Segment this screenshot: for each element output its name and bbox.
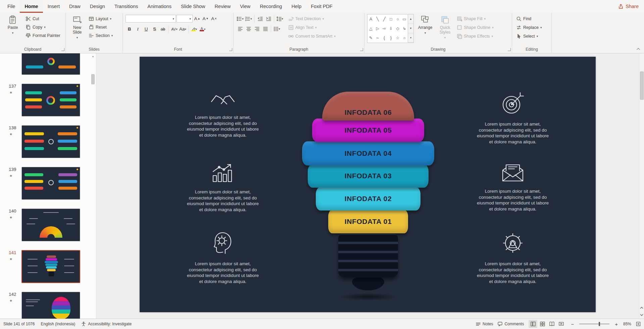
slide-show-view-button[interactable] xyxy=(557,320,565,328)
shape-brace-right-icon[interactable]: } xyxy=(388,33,394,43)
shape-brace-left-icon[interactable]: { xyxy=(381,33,388,43)
scrollbar-thumb[interactable] xyxy=(91,74,95,84)
reset-button[interactable]: Reset xyxy=(87,23,114,31)
thumbnail-slide-139[interactable]: 139 ★ xyxy=(0,167,96,200)
shape-elbow-arrow-icon[interactable]: ↳ xyxy=(401,24,408,33)
zoom-in-button[interactable]: + xyxy=(614,321,618,327)
shape-rectangle-icon[interactable]: □ xyxy=(388,14,394,24)
infodata-band-05[interactable]: INFODATA 05 xyxy=(312,119,424,142)
tab-animations[interactable]: Animations xyxy=(143,0,176,13)
zoom-slider-thumb[interactable] xyxy=(599,322,600,326)
editor-vertical-scrollbar[interactable] xyxy=(639,53,644,319)
thumbnail-image[interactable] xyxy=(21,167,80,200)
increase-indent-button[interactable] xyxy=(264,15,272,23)
normal-view-button[interactable] xyxy=(529,320,537,328)
shape-line2-icon[interactable]: ╱ xyxy=(381,14,388,24)
find-button[interactable]: Find xyxy=(515,15,549,23)
tab-help[interactable]: Help xyxy=(287,0,306,13)
shape-circle-icon[interactable]: ○ xyxy=(401,33,408,43)
character-spacing-button[interactable]: AV▾ xyxy=(170,25,178,33)
align-left-button[interactable] xyxy=(236,25,244,33)
lightbulb-infographic[interactable]: INFODATA 06 INFODATA 05 INFODATA 04 INFO… xyxy=(301,92,435,310)
slide-canvas[interactable]: Lorem ipsum dolor sit amet, consectetur … xyxy=(140,57,596,312)
thumbnail-slide-142[interactable]: 142 ★ xyxy=(0,292,96,319)
thumbnail-slide-141[interactable]: 141 ★ xyxy=(0,250,96,283)
slide-counter[interactable]: Slide 141 of 1076 xyxy=(3,322,35,326)
shape-line-icon[interactable]: ╲ xyxy=(374,14,381,24)
shape-curve-icon[interactable]: ∼ xyxy=(374,33,381,43)
feature-block-right-3[interactable]: Lorem ipsum dolor sit amet, consectetur … xyxy=(474,231,551,284)
infodata-band-03[interactable]: INFODATA 03 xyxy=(308,164,429,188)
next-slide-button[interactable] xyxy=(640,312,644,317)
layout-button[interactable]: Layout▾ xyxy=(87,15,114,23)
clear-formatting-button[interactable]: A✕ xyxy=(210,15,218,22)
shape-right-triangle-icon[interactable]: ▷ xyxy=(374,24,381,33)
previous-slide-button[interactable] xyxy=(640,305,644,310)
bullets-button[interactable]: ▾ xyxy=(236,15,244,23)
decrease-font-size-button[interactable]: A▼ xyxy=(202,15,209,22)
thumbnail-image[interactable] xyxy=(21,292,80,319)
select-button[interactable]: Select▾ xyxy=(515,32,549,40)
drawing-dialog-launcher[interactable] xyxy=(508,48,511,51)
feature-block-right-1[interactable]: Lorem ipsum dolor sit amet, consectetur … xyxy=(474,92,551,145)
thumbnail-scrollbar[interactable]: ▲ xyxy=(91,53,95,319)
shape-textbox-icon[interactable]: A xyxy=(367,14,374,24)
fit-slide-to-window-button[interactable] xyxy=(636,322,641,326)
thumbnail-image[interactable] xyxy=(21,53,80,75)
shape-triangle-icon[interactable]: △ xyxy=(367,24,374,33)
justify-button[interactable] xyxy=(261,25,269,33)
thumbnail-slide-138[interactable]: 138 ★ xyxy=(0,125,96,158)
align-right-button[interactable] xyxy=(253,25,261,33)
copy-button[interactable]: Copy▾ xyxy=(24,23,62,31)
columns-button[interactable]: ▾ xyxy=(273,25,281,33)
italic-button[interactable]: I xyxy=(134,25,142,33)
font-size-combo[interactable]: ▾ xyxy=(177,15,193,22)
cut-button[interactable]: Cut xyxy=(24,15,62,23)
tab-review[interactable]: Review xyxy=(210,0,236,13)
infodata-band-02[interactable]: INFODATA 02 xyxy=(316,187,420,210)
tab-transitions[interactable]: Transitions xyxy=(110,0,143,13)
shape-arrow-right-icon[interactable]: ⇨ xyxy=(381,24,388,33)
accessibility-checker[interactable]: Accessibility: Investigate xyxy=(81,322,132,326)
bulb-tip[interactable] xyxy=(352,276,384,290)
highlight-color-button[interactable]: ▾ xyxy=(190,25,198,33)
section-button[interactable]: Section▾ xyxy=(87,32,114,40)
feature-block-left-1[interactable]: Lorem ipsum dolor sit amet, consectetur … xyxy=(184,92,261,138)
zoom-slider[interactable] xyxy=(579,324,609,324)
tab-insert[interactable]: Insert xyxy=(43,0,64,13)
paste-button[interactable]: Paste▾ xyxy=(3,14,23,35)
thumbnail-slide-136[interactable] xyxy=(0,53,96,75)
bold-button[interactable]: B xyxy=(126,25,133,33)
collapse-ribbon-button[interactable] xyxy=(636,47,641,51)
scrollbar-thumb[interactable] xyxy=(640,72,644,100)
align-center-button[interactable] xyxy=(245,25,252,33)
bulb-screw-base[interactable] xyxy=(338,233,398,278)
arrange-button[interactable]: Arrange▾ xyxy=(416,14,435,35)
shape-diamond-icon[interactable]: ◇ xyxy=(394,24,401,33)
infodata-band-06[interactable]: INFODATA 06 xyxy=(322,92,414,121)
decrease-indent-button[interactable] xyxy=(256,15,264,23)
font-color-button[interactable]: A ▾ xyxy=(199,25,206,33)
tab-recording[interactable]: Recording xyxy=(255,0,287,13)
gallery-more-button[interactable]: ▾ xyxy=(408,33,413,43)
underline-button[interactable]: U xyxy=(142,25,150,33)
scroll-up-icon[interactable]: ▲ xyxy=(91,54,95,58)
strikethrough-button[interactable]: ab xyxy=(159,25,167,33)
new-slide-button[interactable]: New Slide▾ xyxy=(68,14,86,39)
shape-star-icon[interactable]: ☆ xyxy=(394,33,401,43)
slide-sorter-view-button[interactable] xyxy=(538,320,547,328)
paragraph-dialog-launcher[interactable] xyxy=(360,48,363,51)
gallery-down-button[interactable]: ▼ xyxy=(408,24,413,33)
thumbnail-image-selected[interactable] xyxy=(21,250,80,283)
comments-button[interactable]: Comments xyxy=(498,322,524,326)
clipboard-dialog-launcher[interactable] xyxy=(61,48,64,51)
line-spacing-button[interactable]: ▾ xyxy=(276,15,284,23)
share-button[interactable]: Share xyxy=(618,0,639,13)
tab-design[interactable]: Design xyxy=(85,0,110,13)
zoom-out-button[interactable]: − xyxy=(570,321,575,327)
numbering-button[interactable]: ▾ xyxy=(245,15,252,23)
tab-draw[interactable]: Draw xyxy=(64,0,85,13)
feature-block-left-3[interactable]: Lorem ipsum dolor sit amet, consectetur … xyxy=(184,231,261,284)
tab-foxit-pdf[interactable]: Foxit PDF xyxy=(306,0,337,13)
slide-editor-canvas[interactable]: Lorem ipsum dolor sit amet, consectetur … xyxy=(96,53,644,319)
